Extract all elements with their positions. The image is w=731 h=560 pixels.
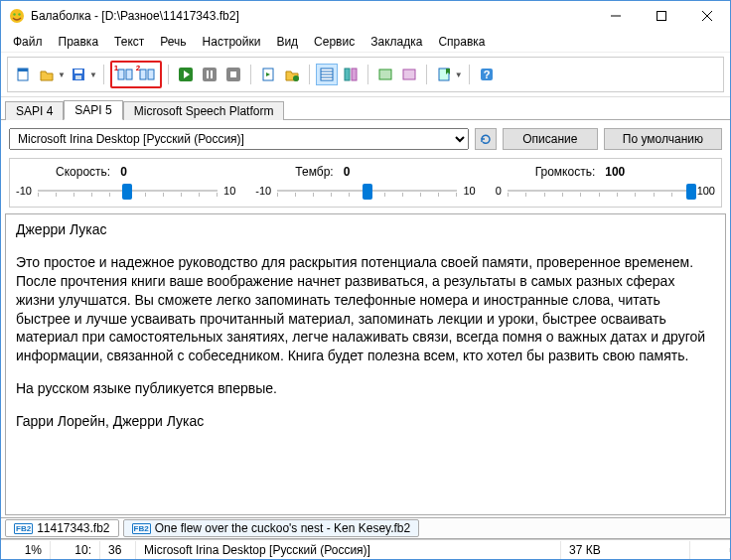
svg-rect-7 (74, 70, 82, 73)
app-icon (9, 8, 25, 24)
highlighted-group: 1 2 (110, 61, 162, 88)
svg-text:?: ? (483, 69, 490, 80)
svg-rect-5 (18, 69, 28, 71)
menu-bar: Файл Правка Текст Речь Настройки Вид Сер… (1, 31, 730, 53)
menu-settings[interactable]: Настройки (195, 33, 269, 51)
status-line: 10: (51, 541, 100, 559)
pitch-slider[interactable] (277, 181, 457, 201)
text-editor[interactable]: Джерри Лукас Это простое и надежное руко… (6, 214, 725, 514)
doc-heading: Джерри Лукас (16, 220, 715, 239)
speed-max: 10 (223, 185, 235, 197)
volume-slider[interactable] (508, 181, 691, 201)
engine-tabs: SAPI 4 SAPI 5 Microsoft Speech Platform (1, 99, 730, 120)
new-doc-button[interactable] (12, 64, 34, 85)
pitch-value: 0 (344, 165, 351, 179)
pitch-max: 10 (463, 185, 475, 197)
voice-row: Microsoft Irina Desktop [Русский (Россия… (1, 120, 730, 158)
menu-file[interactable]: Файл (5, 33, 51, 51)
status-size: 37 КВ (561, 541, 690, 559)
tool-b-button[interactable] (398, 64, 420, 85)
split-1-button[interactable]: 1 (114, 64, 136, 85)
pitch-min: -10 (255, 185, 271, 197)
svg-rect-11 (140, 70, 146, 79)
menu-bookmark[interactable]: Закладка (363, 33, 430, 51)
svg-rect-26 (352, 69, 357, 80)
svg-rect-3 (658, 12, 666, 21)
maximize-button[interactable] (639, 1, 684, 31)
clipboard-play-button[interactable] (257, 64, 279, 85)
pitch-label: Тембр: (295, 165, 333, 179)
speed-min: -10 (16, 185, 32, 197)
speed-value: 0 (120, 165, 127, 179)
stop-button[interactable] (222, 64, 244, 85)
menu-help[interactable]: Справка (430, 33, 493, 51)
doc-footer: Гарри Лорейн, Джерри Лукас (16, 412, 715, 431)
tab-sapi4[interactable]: SAPI 4 (5, 101, 64, 120)
save-dropdown-icon[interactable]: ▼ (89, 70, 97, 79)
svg-rect-25 (345, 69, 350, 80)
tab-msp[interactable]: Microsoft Speech Platform (123, 101, 285, 120)
clipboard-folder-button[interactable] (281, 64, 303, 85)
tab-sapi5[interactable]: SAPI 5 (64, 100, 122, 120)
close-button[interactable] (684, 1, 730, 31)
svg-point-0 (10, 9, 24, 23)
pitch-group: Тембр: 0 -10 10 (255, 165, 475, 201)
menu-view[interactable]: Вид (268, 33, 306, 51)
doctab-2[interactable]: FB2One flew over the cuckoo's nest - Ken… (123, 519, 420, 537)
voice-select[interactable]: Microsoft Irina Desktop [Русский (Россия… (9, 128, 469, 150)
editor-wrap: Джерри Лукас Это простое и надежное руко… (5, 213, 726, 515)
speed-group: Скорость: 0 -10 10 (16, 165, 235, 201)
refresh-voices-button[interactable] (475, 128, 497, 150)
svg-point-20 (293, 75, 299, 81)
doc-note: На русском языке публикуется впервые. (16, 379, 715, 398)
svg-rect-9 (118, 70, 124, 79)
svg-rect-27 (379, 70, 391, 79)
status-spacer (690, 548, 730, 552)
svg-rect-12 (148, 70, 154, 79)
fb2-icon: FB2 (132, 523, 151, 534)
speed-label: Скорость: (56, 165, 110, 179)
svg-rect-10 (126, 70, 132, 79)
volume-max: 100 (697, 185, 715, 197)
menu-service[interactable]: Сервис (306, 33, 363, 51)
open-button[interactable] (36, 64, 58, 85)
svg-rect-16 (211, 70, 213, 78)
bookmark-dropdown-icon[interactable]: ▼ (455, 70, 463, 79)
fb2-icon: FB2 (14, 523, 33, 534)
status-percent: 1% (1, 541, 51, 559)
volume-value: 100 (605, 165, 625, 179)
pause-button[interactable] (199, 64, 220, 85)
menu-edit[interactable]: Правка (51, 33, 107, 51)
status-bar: 1% 10: 36 Microsoft Irina Desktop [Русск… (1, 539, 730, 559)
dictionary-button[interactable] (340, 64, 362, 85)
volume-group: Громкость: 100 0 100 (496, 165, 715, 201)
svg-rect-15 (207, 70, 209, 78)
description-button[interactable]: Описание (503, 128, 598, 150)
document-tabs: FB211417343.fb2 FB2One flew over the cuc… (1, 517, 730, 539)
default-button[interactable]: По умолчанию (604, 128, 722, 150)
play-button[interactable] (175, 64, 197, 85)
help-button[interactable]: ? (476, 64, 498, 85)
svg-rect-14 (203, 68, 217, 81)
tool-a-button[interactable] (374, 64, 396, 85)
speed-slider[interactable] (38, 181, 218, 201)
svg-rect-18 (230, 71, 236, 77)
volume-min: 0 (496, 185, 502, 197)
save-button[interactable] (68, 64, 89, 85)
doctab-1[interactable]: FB211417343.fb2 (5, 519, 119, 537)
main-toolbar: ▼ ▼ 1 2 ▼ ? (7, 57, 724, 92)
split-2-button[interactable]: 2 (136, 64, 158, 85)
panel-toggle-button[interactable] (316, 64, 338, 85)
sliders-panel: Скорость: 0 -10 10 Тембр: 0 -10 10 Громк… (9, 158, 722, 208)
svg-point-2 (18, 13, 20, 15)
status-col: 36 (100, 541, 136, 559)
menu-speech[interactable]: Речь (152, 33, 194, 51)
title-bar: Балаболка - [D:\Разное\11417343.fb2] (1, 1, 730, 31)
status-voice: Microsoft Irina Desktop [Русский (Россия… (136, 541, 561, 559)
open-dropdown-icon[interactable]: ▼ (58, 70, 66, 79)
bookmark-tool-button[interactable] (433, 64, 455, 85)
menu-text[interactable]: Текст (106, 33, 152, 51)
volume-label: Громкость: (535, 165, 596, 179)
svg-point-1 (13, 13, 15, 15)
minimize-button[interactable] (593, 1, 639, 31)
